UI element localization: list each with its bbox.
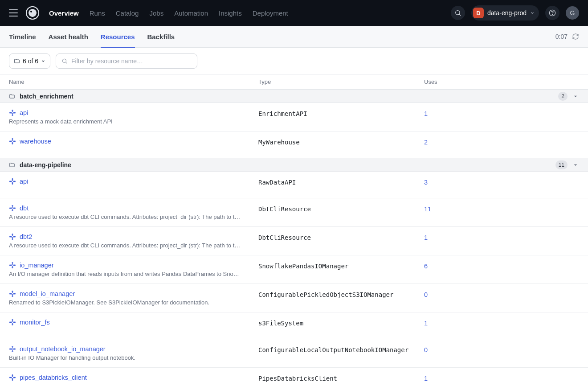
resource-uses-link[interactable]: 2 xyxy=(424,138,579,152)
search-input[interactable] xyxy=(71,58,192,65)
resource-uses-link[interactable]: 1 xyxy=(424,374,579,382)
nav-link-automation[interactable]: Automation xyxy=(174,9,208,17)
table-row: io_managerAn I/O manager definition that… xyxy=(0,255,588,284)
menu-icon[interactable] xyxy=(9,9,18,16)
svg-point-13 xyxy=(14,112,15,113)
resource-description: Represents a mock data enrichment API xyxy=(9,118,242,125)
svg-point-20 xyxy=(12,143,13,144)
resource-type: ConfigurablePickledObjectS3IOManager xyxy=(258,290,424,306)
nav-link-runs[interactable]: Runs xyxy=(90,9,105,17)
resource-icon xyxy=(9,233,16,240)
caret-down-icon[interactable] xyxy=(572,161,579,168)
tab-resources[interactable]: Resources xyxy=(101,26,135,47)
nav-link-overview[interactable]: Overview xyxy=(49,9,79,17)
svg-point-92 xyxy=(12,379,13,380)
resource-name-link[interactable]: dbt2 xyxy=(20,233,32,240)
nav-link-jobs[interactable]: Jobs xyxy=(149,9,163,17)
deployment-badge: D xyxy=(473,8,484,18)
tab-backfills[interactable]: Backfills xyxy=(147,26,175,47)
svg-point-11 xyxy=(12,115,13,115)
svg-point-9 xyxy=(12,112,13,114)
resource-uses-link[interactable]: 0 xyxy=(424,345,579,361)
deployment-name: data-eng-prod xyxy=(487,9,527,16)
svg-point-39 xyxy=(10,208,11,209)
deployment-selector[interactable]: D data-eng-prod xyxy=(471,5,539,21)
refresh-timer: 0:07 xyxy=(555,33,568,40)
tab-timeline[interactable]: Timeline xyxy=(9,26,36,47)
resource-icon xyxy=(9,290,16,297)
svg-point-36 xyxy=(12,207,13,209)
svg-point-66 xyxy=(10,293,11,294)
resource-description: An I/O manager definition that reads inp… xyxy=(9,271,242,277)
resource-icon xyxy=(9,138,16,145)
svg-point-54 xyxy=(12,264,13,266)
resource-name-link[interactable]: dbt xyxy=(20,205,29,212)
table-row: output_notebook_io_managerBuilt-in IO Ma… xyxy=(0,339,588,368)
resource-name-link[interactable]: output_notebook_io_manager xyxy=(20,345,106,353)
resource-type: ConfigurableLocalOutputNotebookIOManager xyxy=(258,345,424,361)
nav-link-deployment[interactable]: Deployment xyxy=(253,9,288,17)
resource-uses-link[interactable]: 6 xyxy=(424,262,579,277)
tab-asset-health[interactable]: Asset health xyxy=(49,26,88,47)
resource-icon xyxy=(9,262,16,269)
nav-link-insights[interactable]: Insights xyxy=(219,9,242,17)
avatar[interactable]: G xyxy=(566,6,579,20)
svg-point-90 xyxy=(12,377,13,378)
search-icon xyxy=(61,58,68,64)
caret-down-icon[interactable] xyxy=(572,93,579,100)
location-filter[interactable]: 6 of 6 xyxy=(9,53,50,69)
resource-icon xyxy=(9,319,16,326)
search-icon[interactable] xyxy=(451,6,465,20)
resource-uses-link[interactable]: 11 xyxy=(424,205,579,220)
logo[interactable] xyxy=(26,6,39,20)
svg-point-27 xyxy=(12,181,13,182)
resource-uses-link[interactable]: 1 xyxy=(424,233,579,249)
resource-name-link[interactable]: api xyxy=(20,109,28,116)
svg-point-10 xyxy=(12,110,13,111)
resource-uses-link[interactable]: 3 xyxy=(424,178,579,192)
folder-icon xyxy=(14,58,20,64)
group-row[interactable]: batch_enrichment2 xyxy=(0,90,588,103)
resource-name-link[interactable]: api xyxy=(20,178,28,185)
resource-name-link[interactable]: pipes_databricks_client xyxy=(20,374,87,381)
resource-type: s3FileSystem xyxy=(258,319,424,333)
resource-type: MyWarehouse xyxy=(258,138,424,152)
resource-uses-link[interactable]: 0 xyxy=(424,290,579,306)
svg-point-85 xyxy=(14,349,15,349)
chevron-down-icon xyxy=(530,11,535,15)
svg-point-57 xyxy=(10,265,11,266)
svg-point-49 xyxy=(14,236,15,237)
svg-point-7 xyxy=(62,59,66,62)
filter-bar: 6 of 6 xyxy=(0,48,588,74)
resource-type: DbtCliResource xyxy=(258,233,424,249)
resource-uses-link[interactable]: 1 xyxy=(424,319,579,333)
search-input-wrap xyxy=(56,53,197,69)
svg-point-56 xyxy=(12,267,13,268)
svg-point-65 xyxy=(12,296,13,296)
group-row[interactable]: data-eng-pipeline11 xyxy=(0,158,588,172)
svg-line-4 xyxy=(459,14,461,16)
svg-point-81 xyxy=(12,348,13,350)
svg-point-47 xyxy=(12,238,13,239)
svg-point-18 xyxy=(12,140,13,142)
nav-links: OverviewRunsCatalogJobsAutomationInsight… xyxy=(49,9,288,17)
svg-point-64 xyxy=(12,291,13,292)
folder-icon xyxy=(9,162,15,168)
resource-type: RawDataAPI xyxy=(258,178,424,192)
resource-uses-link[interactable]: 1 xyxy=(424,109,579,125)
svg-point-72 xyxy=(12,321,13,323)
resource-name-link[interactable]: monitor_fs xyxy=(20,319,50,326)
resource-name-link[interactable]: model_io_manager xyxy=(20,290,75,297)
svg-point-74 xyxy=(12,324,13,325)
svg-point-46 xyxy=(12,234,13,235)
resource-name-link[interactable]: warehouse xyxy=(20,138,51,145)
chevron-down-icon xyxy=(41,59,45,63)
help-icon[interactable] xyxy=(545,6,559,20)
svg-point-67 xyxy=(14,293,15,294)
group-name: data-eng-pipeline xyxy=(20,161,71,168)
nav-link-catalog[interactable]: Catalog xyxy=(116,9,139,17)
svg-point-28 xyxy=(12,179,13,180)
table-row: warehouseMyWarehouse2 xyxy=(0,131,588,158)
resource-name-link[interactable]: io_manager xyxy=(20,262,54,269)
refresh-icon[interactable] xyxy=(572,33,579,40)
